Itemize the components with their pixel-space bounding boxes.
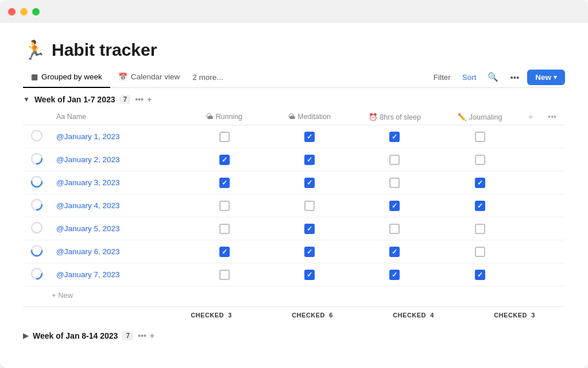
- row-sleep-0[interactable]: [352, 125, 437, 148]
- row-journaling-3[interactable]: [438, 194, 523, 217]
- filter-button[interactable]: Filter: [430, 71, 454, 84]
- row-journaling-6[interactable]: [438, 263, 523, 286]
- meditation-checkbox-1[interactable]: [304, 155, 315, 165]
- row-more-3: [542, 194, 565, 217]
- row-name-2[interactable]: @January 3, 2023: [51, 171, 181, 194]
- meditation-checkbox-2[interactable]: [304, 178, 315, 188]
- sleep-checkbox-6[interactable]: [389, 270, 400, 280]
- sleep-checkbox-5[interactable]: [389, 247, 400, 257]
- row-meditation-1[interactable]: [267, 148, 352, 171]
- close-button[interactable]: [8, 8, 16, 16]
- row-journaling-0[interactable]: [438, 125, 523, 148]
- table-row[interactable]: @January 7, 2023: [23, 263, 565, 286]
- sleep-checkbox-2[interactable]: [389, 178, 400, 188]
- tab-calendar-view[interactable]: 📅 Calendar view: [110, 67, 188, 88]
- row-sleep-5[interactable]: [352, 240, 437, 263]
- sleep-checkbox-1[interactable]: [389, 155, 400, 165]
- th-more[interactable]: •••: [542, 109, 565, 125]
- search-button[interactable]: 🔍: [484, 70, 502, 85]
- row-running-3[interactable]: [181, 194, 266, 217]
- summary-journaling-label: CHECKED: [494, 312, 527, 319]
- row-sleep-1[interactable]: [352, 148, 437, 171]
- row-running-2[interactable]: [181, 171, 266, 194]
- summary-meditation-label: CHECKED: [292, 312, 325, 319]
- row-meditation-3[interactable]: [267, 194, 352, 217]
- summary-running-count: 3: [228, 312, 232, 319]
- row-running-6[interactable]: [181, 263, 266, 286]
- tab-grouped-by-week[interactable]: ▦ Grouped by week: [23, 67, 110, 88]
- row-journaling-2[interactable]: [438, 171, 523, 194]
- maximize-button[interactable]: [32, 8, 40, 16]
- journaling-checkbox-4[interactable]: [475, 224, 485, 234]
- group1-toggle[interactable]: ▼: [23, 95, 30, 103]
- running-checkbox-1[interactable]: [219, 155, 230, 165]
- minimize-button[interactable]: [20, 8, 28, 16]
- journaling-checkbox-2[interactable]: [475, 178, 485, 188]
- row-running-4[interactable]: [181, 217, 266, 240]
- group2-toggle[interactable]: ▶: [23, 332, 28, 340]
- journaling-checkbox-3[interactable]: [475, 201, 485, 211]
- row-journaling-4[interactable]: [438, 217, 523, 240]
- row-meditation-0[interactable]: [267, 125, 352, 148]
- row-journaling-5[interactable]: [438, 240, 523, 263]
- row-sleep-2[interactable]: [352, 171, 437, 194]
- running-checkbox-2[interactable]: [219, 178, 230, 188]
- tab-more[interactable]: 2 more...: [188, 67, 227, 87]
- group2-add-icon[interactable]: +: [150, 331, 154, 340]
- table-row[interactable]: @January 6, 2023: [23, 240, 565, 263]
- sleep-checkbox-4[interactable]: [389, 224, 400, 234]
- group1-add-icon[interactable]: +: [147, 95, 152, 104]
- row-running-5[interactable]: [181, 240, 266, 263]
- row-journaling-1[interactable]: [438, 148, 523, 171]
- meditation-checkbox-0[interactable]: [304, 132, 315, 142]
- running-checkbox-3[interactable]: [219, 201, 230, 211]
- group2-more-icon[interactable]: •••: [138, 331, 146, 340]
- table-row[interactable]: @January 1, 2023: [23, 125, 565, 148]
- row-icon-3: [23, 194, 51, 217]
- running-checkbox-0[interactable]: [219, 132, 230, 142]
- journaling-checkbox-6[interactable]: [475, 270, 485, 280]
- journaling-checkbox-0[interactable]: [475, 132, 485, 142]
- journaling-checkbox-1[interactable]: [475, 155, 485, 165]
- row-sleep-3[interactable]: [352, 194, 437, 217]
- row-name-6[interactable]: @January 7, 2023: [51, 263, 181, 286]
- calendar-icon: 📅: [118, 72, 127, 81]
- row-sleep-6[interactable]: [352, 263, 437, 286]
- running-checkbox-6[interactable]: [219, 270, 230, 280]
- journaling-checkbox-5[interactable]: [475, 247, 485, 257]
- page-title-row: 🏃 Habit tracker: [23, 23, 565, 67]
- row-name-3[interactable]: @January 4, 2023: [51, 194, 181, 217]
- row-meditation-5[interactable]: [267, 240, 352, 263]
- running-checkbox-5[interactable]: [219, 247, 230, 257]
- meditation-checkbox-6[interactable]: [304, 270, 315, 280]
- meditation-checkbox-4[interactable]: [304, 224, 315, 234]
- row-name-5[interactable]: @January 6, 2023: [51, 240, 181, 263]
- row-name-1[interactable]: @January 2, 2023: [51, 148, 181, 171]
- table-row[interactable]: @January 2, 2023: [23, 148, 565, 171]
- running-checkbox-4[interactable]: [219, 224, 230, 234]
- more-options-button[interactable]: •••: [506, 70, 523, 85]
- row-name-0[interactable]: @January 1, 2023: [51, 125, 181, 148]
- row-sleep-4[interactable]: [352, 217, 437, 240]
- group1-more-icon[interactable]: •••: [135, 95, 144, 104]
- new-button[interactable]: New ▾: [527, 70, 565, 85]
- table-row[interactable]: @January 3, 2023: [23, 171, 565, 194]
- row-running-0[interactable]: [181, 125, 266, 148]
- meditation-checkbox-5[interactable]: [304, 247, 315, 257]
- table-row[interactable]: @January 5, 2023: [23, 217, 565, 240]
- th-add[interactable]: +: [523, 109, 542, 125]
- row-name-4[interactable]: @January 5, 2023: [51, 217, 181, 240]
- meditation-checkbox-3[interactable]: [304, 201, 315, 211]
- sleep-checkbox-3[interactable]: [389, 201, 400, 211]
- sleep-checkbox-0[interactable]: [389, 132, 400, 142]
- row-meditation-2[interactable]: [267, 171, 352, 194]
- add-new-button[interactable]: + New: [23, 286, 565, 304]
- table-header-row: Aa Name 🌥 Running 🌥 Meditation ⏰ 8hrs of…: [23, 109, 565, 125]
- table-row[interactable]: @January 4, 2023: [23, 194, 565, 217]
- row-meditation-6[interactable]: [267, 263, 352, 286]
- table-body: @January 1, 2023 @January 2, 2023: [23, 125, 565, 286]
- row-running-1[interactable]: [181, 148, 266, 171]
- sort-button[interactable]: Sort: [459, 71, 480, 84]
- row-meditation-4[interactable]: [267, 217, 352, 240]
- row-more-5: [542, 240, 565, 263]
